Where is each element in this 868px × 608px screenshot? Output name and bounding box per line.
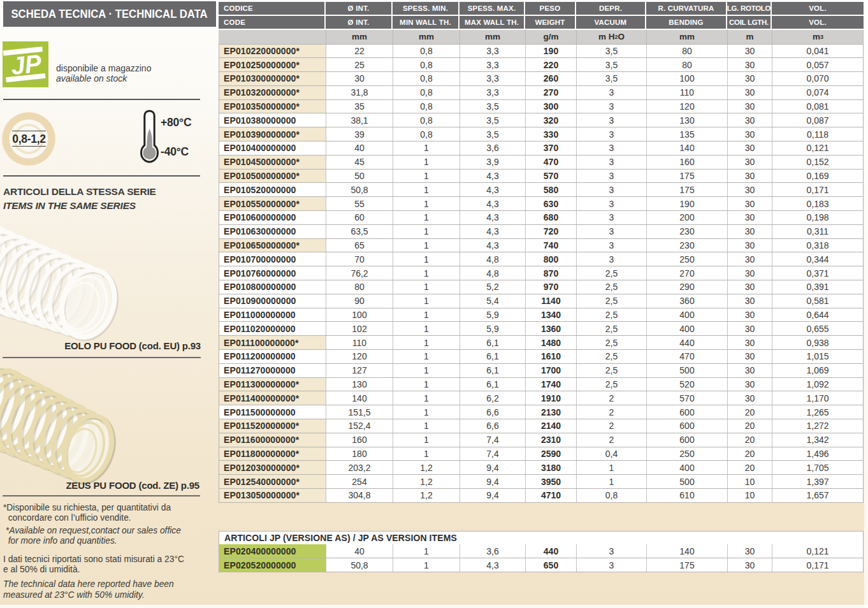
svg-text:JP: JP bbox=[10, 49, 43, 80]
